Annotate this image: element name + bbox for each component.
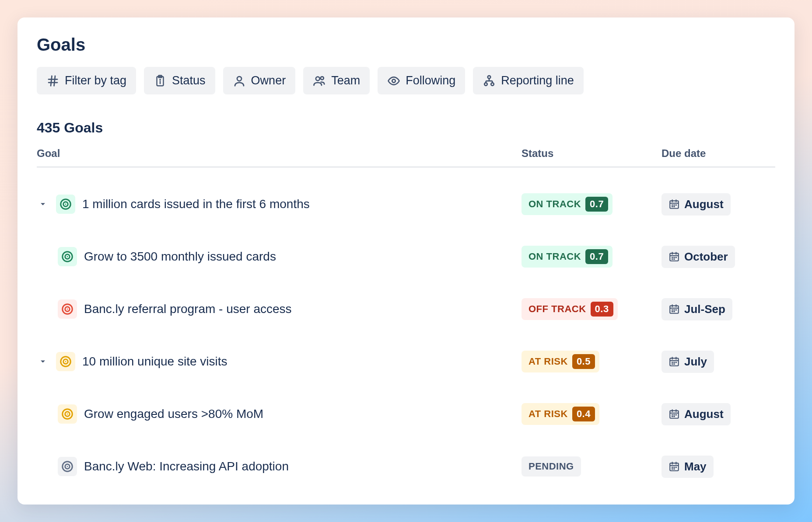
svg-rect-26	[673, 206, 675, 207]
filter-bar: Filter by tag Status Owner Team Followin…	[37, 67, 775, 94]
svg-point-11	[392, 79, 396, 83]
filter-label: Status	[172, 74, 206, 87]
filter-team-button[interactable]: Team	[303, 67, 370, 94]
due-date-chip[interactable]: October	[662, 246, 735, 268]
svg-rect-82	[672, 467, 673, 468]
status-cell: AT RISK0.4	[522, 403, 662, 425]
calendar-icon	[668, 461, 680, 472]
calendar-icon	[668, 198, 680, 210]
due-date-chip[interactable]: May	[662, 456, 714, 478]
goal-cell: Banc.ly referral program - user access	[37, 299, 522, 319]
svg-rect-58	[672, 362, 673, 363]
goals-count: 435 Goals	[37, 120, 775, 136]
status-label: PENDING	[528, 461, 574, 472]
expand-toggle[interactable]	[37, 198, 49, 210]
svg-rect-24	[676, 205, 677, 206]
status-badge[interactable]: AT RISK0.5	[522, 351, 599, 372]
due-cell: October	[662, 246, 775, 268]
svg-point-65	[67, 414, 68, 415]
svg-rect-35	[673, 257, 675, 258]
svg-rect-36	[676, 257, 677, 258]
svg-rect-85	[672, 468, 673, 470]
svg-rect-34	[672, 257, 673, 258]
target-icon	[58, 404, 77, 424]
due-date-label: May	[684, 460, 707, 473]
svg-rect-37	[672, 258, 673, 260]
svg-line-2	[51, 76, 52, 86]
status-badge[interactable]: PENDING	[522, 456, 581, 477]
svg-rect-83	[673, 467, 675, 468]
filter-status-button[interactable]: Status	[144, 67, 215, 94]
col-status: Status	[522, 147, 662, 160]
col-goal: Goal	[37, 147, 522, 160]
due-cell: July	[662, 351, 775, 373]
status-score: 0.4	[572, 407, 595, 421]
eye-icon	[387, 74, 400, 87]
due-date-label: July	[684, 355, 707, 369]
team-icon	[313, 74, 326, 87]
svg-rect-46	[672, 310, 673, 311]
clipboard-icon	[154, 74, 167, 87]
calendar-icon	[668, 408, 680, 420]
status-label: AT RISK	[528, 408, 568, 420]
target-icon	[58, 247, 77, 266]
calendar-icon	[668, 356, 680, 367]
hash-icon	[46, 74, 60, 87]
due-date-label: August	[684, 198, 724, 211]
goal-row[interactable]: Grow engaged users >80% MoMAT RISK0.4 Au…	[37, 395, 775, 433]
goal-row[interactable]: 10 million unique site visitsAT RISK0.5 …	[37, 342, 775, 381]
filter-owner-button[interactable]: Owner	[223, 67, 296, 94]
svg-point-9	[316, 77, 320, 80]
svg-rect-84	[676, 467, 677, 468]
svg-rect-47	[673, 310, 675, 311]
status-cell: ON TRACK0.7	[522, 246, 662, 268]
svg-point-8	[237, 77, 242, 81]
goal-title: 10 million unique site visits	[82, 355, 228, 369]
status-score: 0.7	[585, 249, 608, 264]
svg-rect-49	[672, 311, 673, 312]
svg-rect-25	[672, 206, 673, 207]
svg-point-77	[67, 466, 68, 467]
svg-rect-74	[673, 416, 675, 417]
filter-reporting-line-button[interactable]: Reporting line	[473, 67, 584, 94]
svg-point-53	[65, 361, 66, 362]
goals-panel: Goals Filter by tag Status Owner Team	[18, 17, 794, 505]
filter-label: Following	[406, 74, 455, 87]
goal-row[interactable]: Grow to 3500 monthly issued cardsON TRAC…	[37, 237, 775, 276]
due-date-chip[interactable]: August	[662, 193, 731, 216]
status-badge[interactable]: AT RISK0.4	[522, 403, 599, 425]
target-icon	[56, 195, 75, 214]
filter-label: Filter by tag	[65, 74, 126, 87]
org-icon	[483, 74, 496, 87]
status-cell: ON TRACK0.7	[522, 193, 662, 215]
svg-point-14	[491, 83, 494, 86]
goal-row[interactable]: Banc.ly Web: Increasing API adoptionPEND…	[37, 447, 775, 486]
goal-cell: 10 million unique site visits	[37, 352, 522, 371]
svg-point-13	[484, 83, 487, 86]
svg-rect-22	[672, 205, 673, 206]
status-badge[interactable]: OFF TRACK0.3	[522, 298, 618, 320]
svg-rect-73	[672, 416, 673, 417]
goal-row[interactable]: Banc.ly referral program - user accessOF…	[37, 290, 775, 328]
col-due: Due date	[662, 147, 775, 160]
due-date-chip[interactable]: July	[662, 351, 714, 373]
filter-following-button[interactable]: Following	[378, 67, 465, 94]
status-badge[interactable]: ON TRACK0.7	[522, 193, 612, 215]
filter-label: Reporting line	[501, 74, 574, 87]
due-date-chip[interactable]: August	[662, 403, 731, 425]
due-cell: August	[662, 403, 775, 425]
target-icon	[58, 299, 77, 319]
svg-rect-23	[673, 205, 675, 206]
goal-row[interactable]: 1 million cards issued in the first 6 mo…	[37, 185, 775, 223]
status-badge[interactable]: ON TRACK0.7	[522, 246, 612, 268]
filter-by-tag-button[interactable]: Filter by tag	[37, 67, 136, 94]
due-date-chip[interactable]: Jul-Sep	[662, 298, 732, 320]
page-title: Goals	[37, 35, 775, 55]
svg-rect-50	[673, 311, 675, 312]
status-label: OFF TRACK	[528, 303, 586, 315]
due-cell: Jul-Sep	[662, 298, 775, 320]
status-score: 0.3	[591, 302, 613, 317]
expand-toggle[interactable]	[37, 355, 49, 368]
status-label: ON TRACK	[528, 198, 581, 210]
svg-rect-71	[673, 414, 675, 416]
